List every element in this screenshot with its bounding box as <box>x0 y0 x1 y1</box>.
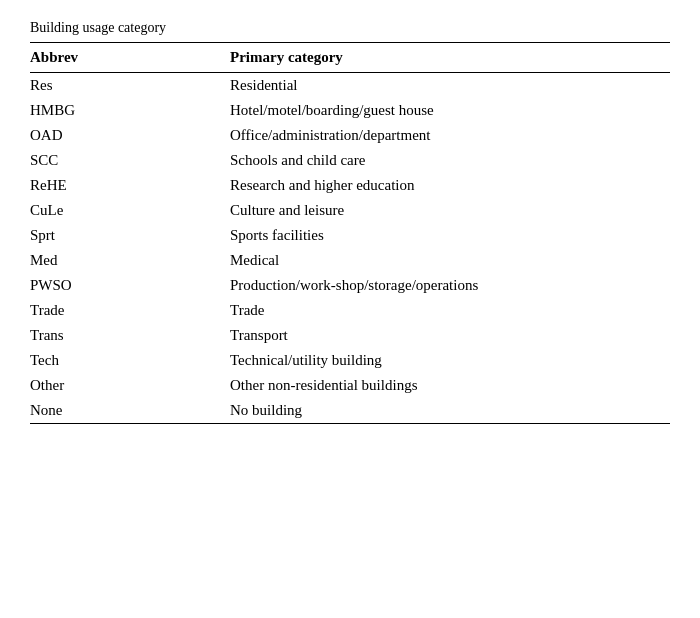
table-row: OtherOther non-residential buildings <box>30 373 670 398</box>
cell-abbrev: HMBG <box>30 98 230 123</box>
cell-abbrev: Med <box>30 248 230 273</box>
table-row: ResResidential <box>30 73 670 99</box>
cell-category: Trade <box>230 298 670 323</box>
cell-abbrev: None <box>30 398 230 424</box>
table-row: ReHEResearch and higher education <box>30 173 670 198</box>
cell-category: Office/administration/department <box>230 123 670 148</box>
cell-category: Culture and leisure <box>230 198 670 223</box>
table-caption: Building usage category <box>30 20 670 36</box>
cell-abbrev: ReHE <box>30 173 230 198</box>
building-usage-table: Abbrev Primary category ResResidentialHM… <box>30 42 670 424</box>
table-row: TransTransport <box>30 323 670 348</box>
cell-abbrev: OAD <box>30 123 230 148</box>
table-row: SprtSports facilities <box>30 223 670 248</box>
cell-abbrev: CuLe <box>30 198 230 223</box>
cell-category: Transport <box>230 323 670 348</box>
cell-category: Sports facilities <box>230 223 670 248</box>
table-row: NoneNo building <box>30 398 670 424</box>
cell-category: Technical/utility building <box>230 348 670 373</box>
cell-abbrev: Tech <box>30 348 230 373</box>
cell-abbrev: Other <box>30 373 230 398</box>
header-abbrev: Abbrev <box>30 43 230 73</box>
table-row: OADOffice/administration/department <box>30 123 670 148</box>
cell-category: Production/work-shop/storage/operations <box>230 273 670 298</box>
cell-abbrev: Sprt <box>30 223 230 248</box>
table-row: SCCSchools and child care <box>30 148 670 173</box>
table-row: PWSOProduction/work-shop/storage/operati… <box>30 273 670 298</box>
table-header: Abbrev Primary category <box>30 43 670 73</box>
cell-category: Schools and child care <box>230 148 670 173</box>
cell-category: Residential <box>230 73 670 99</box>
table-row: HMBGHotel/motel/boarding/guest house <box>30 98 670 123</box>
table-row: TechTechnical/utility building <box>30 348 670 373</box>
cell-abbrev: SCC <box>30 148 230 173</box>
header-primary: Primary category <box>230 43 670 73</box>
table-row: CuLeCulture and leisure <box>30 198 670 223</box>
cell-abbrev: Trade <box>30 298 230 323</box>
cell-abbrev: Res <box>30 73 230 99</box>
table-row: MedMedical <box>30 248 670 273</box>
cell-category: No building <box>230 398 670 424</box>
cell-category: Other non-residential buildings <box>230 373 670 398</box>
cell-category: Medical <box>230 248 670 273</box>
cell-category: Hotel/motel/boarding/guest house <box>230 98 670 123</box>
cell-category: Research and higher education <box>230 173 670 198</box>
table-row: TradeTrade <box>30 298 670 323</box>
cell-abbrev: PWSO <box>30 273 230 298</box>
cell-abbrev: Trans <box>30 323 230 348</box>
